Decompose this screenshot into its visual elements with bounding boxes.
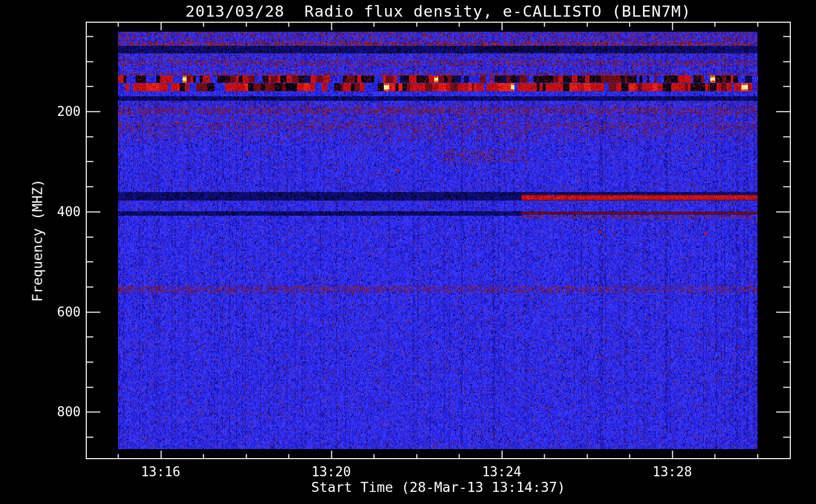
x-tick-label: 13:16	[126, 465, 196, 478]
chart-title: 2013/03/28 Radio flux density, e-CALLIST…	[86, 2, 790, 20]
y-tick-label: 600	[43, 305, 81, 319]
y-tick-label: 400	[43, 205, 81, 218]
y-tick-label: 200	[43, 105, 81, 118]
x-tick-label: 13:28	[637, 465, 708, 478]
y-tick-label: 800	[43, 405, 81, 418]
x-tick-label: 13:20	[296, 465, 367, 478]
x-tick-label: 13:24	[467, 465, 537, 478]
spectrogram-figure: 2013/03/28 Radio flux density, e-CALLIST…	[0, 0, 816, 504]
x-axis-title: Start Time (28-Mar-13 13:14:37)	[86, 479, 790, 495]
spectrogram-canvas	[0, 0, 816, 504]
y-axis-title: Frequency (MHZ)	[30, 179, 45, 302]
